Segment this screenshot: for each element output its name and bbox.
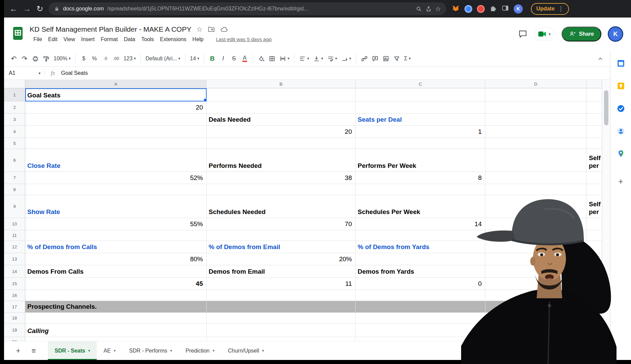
column-header-B[interactable]: B	[207, 80, 356, 88]
row-header-13[interactable]: 13	[4, 253, 25, 265]
row-header-2[interactable]: 2	[4, 101, 25, 114]
font-size-select[interactable]: 14▾	[188, 53, 201, 64]
menu-extensions[interactable]: Extensions	[157, 36, 189, 43]
sheet-tab-sdr-performs[interactable]: SDR - Performs▾	[122, 341, 179, 360]
forward-icon[interactable]: →	[23, 5, 31, 13]
cell-A19[interactable]: Calling	[25, 324, 207, 337]
share-button[interactable]: Share	[562, 27, 601, 41]
cell-A9[interactable]: Show Rate	[25, 195, 207, 218]
name-box[interactable]: A1 ▾	[4, 70, 44, 76]
row-header-14[interactable]: 14	[4, 265, 25, 278]
cell-E1[interactable]	[587, 88, 602, 101]
row-header-15[interactable]: 15	[4, 278, 25, 290]
search-icon[interactable]	[416, 6, 422, 12]
cell-D1[interactable]	[485, 88, 587, 101]
cell-D3[interactable]	[485, 114, 587, 126]
row-header-16[interactable]: 16	[4, 290, 25, 301]
cell-A10[interactable]: 55%	[25, 218, 207, 230]
row-header-3[interactable]: 3	[4, 114, 25, 126]
cell-A20[interactable]	[25, 337, 207, 341]
row-header-6[interactable]: 6	[4, 149, 25, 172]
sheets-logo-icon[interactable]	[11, 26, 25, 42]
text-rotation-select[interactable]: ▾	[339, 53, 353, 64]
blue-extension-icon[interactable]	[464, 5, 472, 13]
metamask-extension-icon[interactable]	[452, 4, 460, 13]
row-header-1[interactable]: 1	[4, 88, 25, 101]
cell-A8[interactable]	[25, 184, 207, 195]
cell-E8[interactable]	[587, 184, 602, 195]
strikethrough-button[interactable]: S	[229, 53, 239, 64]
cell-A15[interactable]: 45	[25, 278, 207, 290]
cell-B11[interactable]	[207, 230, 356, 241]
redo-button[interactable]: ↷	[20, 53, 30, 64]
cell-C6[interactable]: Performs Per Week	[356, 149, 485, 172]
side-panel-icon[interactable]	[502, 4, 509, 13]
cell-C2[interactable]	[356, 101, 485, 114]
italic-button[interactable]: I	[218, 53, 228, 64]
row-header-20[interactable]: 20	[4, 337, 25, 341]
cell-A12[interactable]: % of Demos from Calls	[25, 241, 207, 253]
cell-A5[interactable]	[25, 138, 207, 149]
fill-color-button[interactable]	[256, 53, 266, 64]
cell-B17[interactable]	[207, 301, 356, 313]
last-edit-link[interactable]: Last edit was 5 days ago	[216, 36, 272, 42]
row-header-19[interactable]: 19	[4, 324, 25, 337]
sheet-tab-ae[interactable]: AE▾	[97, 341, 122, 360]
horizontal-align-select[interactable]: ▾	[297, 53, 311, 64]
functions-button[interactable]: Σ▾	[402, 53, 413, 64]
cell-B4[interactable]: 20	[207, 126, 356, 138]
bold-button[interactable]: B	[207, 53, 217, 64]
format-percent-button[interactable]: %	[89, 53, 99, 64]
cell-B14[interactable]: Demos from Email	[207, 265, 356, 278]
menu-edit[interactable]: Edit	[45, 36, 61, 43]
move-to-folder-icon[interactable]	[208, 26, 215, 33]
calendar-icon[interactable]	[616, 59, 625, 68]
cell-B13[interactable]: 20%	[207, 253, 356, 265]
cell-B5[interactable]	[207, 138, 356, 149]
browser-menu-kebab-icon[interactable]: ⋮	[558, 5, 564, 12]
column-header-D[interactable]: D	[485, 80, 587, 88]
cell-B20[interactable]	[207, 337, 356, 341]
cell-D7[interactable]	[485, 172, 587, 184]
sheet-tab-churn-upsell[interactable]: Churn/Upsell▾	[221, 341, 271, 360]
row-header-8[interactable]: 8	[4, 184, 25, 195]
comment-history-icon[interactable]	[518, 30, 527, 38]
row-header-12[interactable]: 12	[4, 241, 25, 253]
cell-E4[interactable]	[587, 126, 602, 138]
vertical-align-select[interactable]: ▾	[311, 53, 325, 64]
cell-C8[interactable]	[356, 184, 485, 195]
row-header-5[interactable]: 5	[4, 138, 25, 149]
insert-chart-button[interactable]	[381, 53, 391, 64]
add-sheet-button[interactable]: +	[11, 346, 25, 355]
insert-comment-button[interactable]	[370, 53, 380, 64]
column-header-E[interactable]	[587, 80, 602, 88]
contacts-icon[interactable]	[616, 126, 625, 135]
cell-D4[interactable]	[485, 126, 587, 138]
cell-B10[interactable]: 70	[207, 218, 356, 230]
cell-B16[interactable]	[207, 290, 356, 301]
keep-icon[interactable]	[616, 81, 625, 90]
document-title[interactable]: KD Self Management Plan Builder - MAKE A…	[30, 25, 191, 33]
account-avatar[interactable]: K	[609, 27, 622, 41]
cell-B6[interactable]: Performs Needed	[207, 149, 356, 172]
cell-E7[interactable]	[587, 172, 602, 184]
bookmark-star-icon[interactable]: ☆	[435, 5, 441, 13]
cell-C5[interactable]	[356, 138, 485, 149]
cell-B9[interactable]: Schedules Needed	[207, 195, 356, 218]
cell-E6[interactable]: Self per	[587, 149, 602, 172]
get-add-ons-button[interactable]: +	[618, 176, 623, 187]
column-header-C[interactable]: C	[356, 80, 485, 88]
cell-A18[interactable]	[25, 313, 207, 324]
menu-help[interactable]: Help	[189, 36, 207, 43]
format-currency-button[interactable]: $	[79, 53, 89, 64]
cell-B2[interactable]	[207, 101, 356, 114]
cloud-saved-icon[interactable]	[220, 25, 228, 33]
cell-C3[interactable]: Seats per Deal	[356, 114, 485, 126]
cell-B12[interactable]: % of Demos from Email	[207, 241, 356, 253]
cell-A13[interactable]: 80%	[25, 253, 207, 265]
cell-B7[interactable]: 38	[207, 172, 356, 184]
row-header-17[interactable]: 17	[4, 301, 25, 313]
cell-B1[interactable]	[207, 88, 356, 101]
print-button[interactable]	[30, 53, 40, 64]
red-extension-icon[interactable]	[477, 5, 485, 13]
